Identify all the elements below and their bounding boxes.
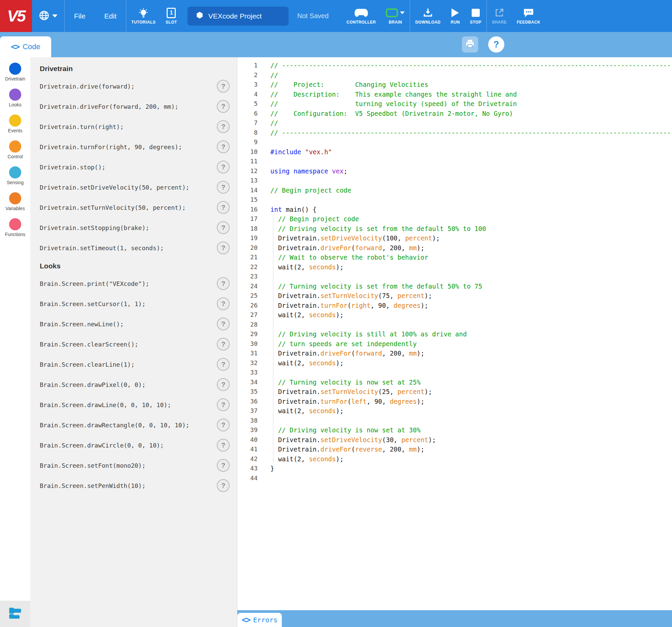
code-line-text [260,156,270,166]
command-help-button[interactable]: ? [217,479,230,492]
sidebar-item-looks[interactable]: Looks [0,89,30,107]
command-help-button[interactable]: ? [217,140,230,153]
palette-command[interactable]: Brain.Screen.drawCircle(0, 0, 10);? [40,435,237,455]
sidebar-item-control[interactable]: Control [0,140,30,159]
share-button[interactable]: SHARE [487,0,512,32]
palette-command-text[interactable]: Brain.Screen.clearLine(1); [40,361,135,368]
menu-edit[interactable]: Edit [95,0,126,32]
line-number: 31 [237,348,260,358]
sidebar-item-sensing[interactable]: Sensing [0,166,30,185]
printer-icon [465,39,475,50]
code-line-text [260,474,270,483]
palette-command-text[interactable]: Drivetrain.turnFor(right, 90, degrees); [40,143,182,150]
palette-command[interactable]: Drivetrain.setDriveVelocity(50, percent)… [40,177,237,197]
tab-code[interactable]: <> Code [0,37,51,57]
palette-command[interactable]: Brain.Screen.drawLine(0, 0, 10, 10);? [40,395,237,415]
palette-command[interactable]: Brain.Screen.newLine();? [40,314,237,334]
language-menu[interactable] [32,0,64,32]
palette-command-text[interactable]: Drivetrain.setStopping(brake); [40,224,149,231]
code-line: 2// [237,70,672,80]
palette-command-text[interactable]: Brain.Screen.newLine(); [40,320,124,328]
brain-button[interactable]: BRAIN [381,0,410,32]
command-help-button[interactable]: ? [217,100,230,113]
command-help-button[interactable]: ? [217,439,230,452]
feedback-button[interactable]: FEEDBACK [512,0,546,32]
palette-command-text[interactable]: Drivetrain.turn(right); [40,123,124,130]
command-help-button[interactable]: ? [217,241,230,254]
sidebar-item-events[interactable]: Events [0,115,30,134]
palette-command[interactable]: Drivetrain.drive(forward);? [40,76,237,96]
command-help-button[interactable]: ? [217,418,230,431]
palette-command[interactable]: Drivetrain.setTurnVelocity(50, percent);… [40,197,237,218]
palette-command[interactable]: Drivetrain.turn(right);? [40,117,237,137]
slot-button[interactable]: 1 SLOT [161,0,182,32]
tab-errors[interactable]: <> Errors [237,613,282,627]
palette-command[interactable]: Drivetrain.stop();? [40,157,237,177]
command-help-button[interactable]: ? [217,358,230,371]
palette-command-text[interactable]: Drivetrain.setTurnVelocity(50, percent); [40,204,186,211]
palette-command-text[interactable]: Brain.Screen.setFont(mono20); [40,462,145,469]
palette-command-text[interactable]: Brain.Screen.drawRectangle(0, 0, 10, 10)… [40,421,189,429]
command-help-button[interactable]: ? [217,80,230,93]
palette-command-text[interactable]: Brain.Screen.setCursor(1, 1); [40,300,145,308]
palette-command-text[interactable]: Brain.Screen.clearScreen(); [40,341,138,348]
palette-command-text[interactable]: Brain.Screen.print("VEXcode"); [40,280,149,287]
command-help-button[interactable]: ? [217,338,230,351]
blocks-corner[interactable] [0,601,30,627]
sidebar-item-label: Drivetrain [5,76,25,81]
palette-command[interactable]: Brain.Screen.clearScreen();? [40,334,237,354]
command-help-button[interactable]: ? [217,378,230,391]
palette-command-text[interactable]: Brain.Screen.setPenWidth(10); [40,482,145,489]
palette-command[interactable]: Brain.Screen.print("VEXcode");? [40,273,237,294]
command-help-button[interactable]: ? [217,221,230,234]
code-line: 24 // Turning velocity is set from the d… [237,282,672,291]
command-help-button[interactable]: ? [217,161,230,173]
functions-category-icon [9,218,21,230]
palette-command-text[interactable]: Drivetrain.setTimeout(1, seconds); [40,244,164,251]
command-help-button[interactable]: ? [217,297,230,310]
command-help-button[interactable]: ? [217,181,230,194]
sidebar-item-drivetrain[interactable]: Drivetrain [0,63,30,81]
palette-command-text[interactable]: Drivetrain.driveFor(forward, 200, mm); [40,103,178,110]
palette-command[interactable]: Drivetrain.setStopping(brake);? [40,218,237,238]
command-help-button[interactable]: ? [217,201,230,214]
palette-command-text[interactable]: Brain.Screen.drawPixel(0, 0); [40,381,145,388]
palette-command-text[interactable]: Drivetrain.setDriveVelocity(50, percent)… [40,184,189,191]
command-help-button[interactable]: ? [217,399,230,411]
command-help-button[interactable]: ? [217,120,230,133]
palette-command[interactable]: Brain.Screen.clearLine(1);? [40,354,237,375]
palette-command[interactable]: Drivetrain.driveFor(forward, 200, mm);? [40,96,237,117]
code-editor[interactable]: 1// ------------------------------------… [237,57,672,627]
palette-command[interactable]: Brain.Screen.setPenWidth(10);? [40,476,237,496]
sidebar-item-functions[interactable]: Functions [0,218,30,237]
palette-command[interactable]: Drivetrain.setTimeout(1, seconds);? [40,238,237,258]
command-help-button[interactable]: ? [217,317,230,330]
command-help-button[interactable]: ? [217,459,230,472]
controller-button[interactable]: CONTROLLER [341,0,381,32]
palette-command-text[interactable]: Drivetrain.drive(forward); [40,83,135,90]
tutorials-button[interactable]: TUTORIALS [126,0,161,32]
menu-file[interactable]: File [65,0,95,32]
palette-command[interactable]: Brain.Screen.setCursor(1, 1);? [40,294,237,314]
run-button[interactable]: RUN [446,0,465,32]
palette-command-text[interactable]: Brain.Screen.drawCircle(0, 0, 10); [40,442,164,449]
palette-command[interactable]: Brain.Screen.setFont(mono20);? [40,455,237,476]
line-number: 8 [237,128,260,138]
palette-command[interactable]: Brain.Screen.drawRectangle(0, 0, 10, 10)… [40,415,237,435]
sidebar-item-variables[interactable]: Variables [0,192,30,211]
palette-command[interactable]: Drivetrain.turnFor(right, 90, degrees);? [40,137,237,157]
line-number: 7 [237,118,260,128]
help-button[interactable]: ? [488,37,504,52]
download-button[interactable]: DOWNLOAD [410,0,446,32]
palette-command-text[interactable]: Brain.Screen.drawLine(0, 0, 10, 10); [40,402,171,408]
project-name[interactable]: VEXcode Project [188,7,289,26]
code-line: 23 [237,272,672,282]
code-line: 35 Drivetrain.setTurnVelocity(25, percen… [237,387,672,397]
palette-command-text[interactable]: Drivetrain.stop(); [40,164,105,171]
print-button[interactable] [462,37,478,52]
sidebar-item-label: Events [8,128,23,134]
code-line-text: // Begin project code [260,186,351,195]
stop-button[interactable]: STOP [465,0,486,32]
command-help-button[interactable]: ? [217,277,230,290]
palette-command[interactable]: Brain.Screen.drawPixel(0, 0);? [40,375,237,395]
